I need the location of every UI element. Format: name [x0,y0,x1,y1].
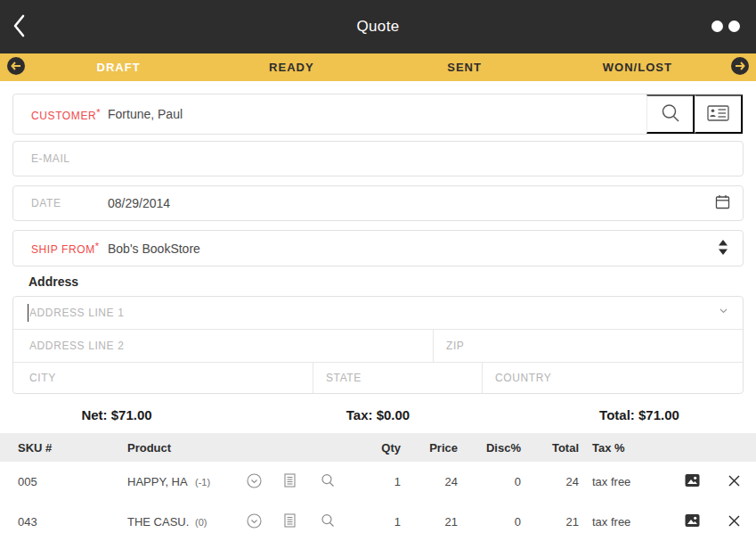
document-lines-icon [284,513,296,530]
country-input[interactable] [483,372,743,384]
product-name: THE CASU. [127,515,191,529]
zip-cell [433,330,743,362]
column-header-disc: Disc% [458,441,521,455]
arrow-left-circle-icon [6,56,26,78]
address-heading: Address [28,275,744,289]
column-header-price: Price [401,441,458,455]
date-field[interactable]: DATE 08/29/2014 [12,185,744,221]
address-line1-row [13,297,743,329]
price-value[interactable]: 21 [401,515,458,529]
required-mark: * [96,107,101,118]
top-bar: Quote [0,0,756,53]
stock-count: (-1) [191,477,236,488]
column-header-sku: SKU # [18,441,127,455]
required-mark: * [95,241,100,251]
document-lines-icon [284,473,296,490]
date-label: DATE [13,197,108,209]
text-cursor [28,304,28,322]
availability-button[interactable] [247,473,262,491]
column-header-tax: Tax % [579,441,672,455]
availability-button[interactable] [247,513,262,531]
grand-total: Total: $71.00 [523,407,756,422]
city-cell [13,363,313,393]
price-value[interactable]: 24 [401,475,458,488]
items-table-header: SKU # Product Qty Price Disc% Total Tax … [0,433,756,462]
ship-from-field[interactable]: SHIP FROM* Bob's BookStore [12,230,744,266]
ship-from-label: SHIP FROM* [13,241,108,256]
stock-count: (0) [191,517,236,528]
city-input[interactable] [13,372,313,384]
totals-bar: Net: $71.00 Tax: $0.00 Total: $71.00 [0,403,756,427]
email-input[interactable] [13,152,743,165]
qty-value[interactable]: 1 [347,475,401,488]
up-down-arrows-icon [718,240,728,258]
table-row: 005 HAPPY, HA (-1) 1 24 0 24 tax free [0,462,756,502]
dot-icon [728,20,740,32]
form-content: CUSTOMER* Fortune, Paul DATE 08/29/2014 [0,81,756,541]
address-line2-input[interactable] [13,340,433,352]
remove-item-button[interactable] [728,515,740,529]
stage-draft[interactable]: DRAFT [32,61,205,74]
sku-value: 043 [18,515,127,529]
tax-rate[interactable]: tax free [579,515,672,529]
sku-value: 005 [18,475,127,488]
city-state-country-row [13,362,743,393]
stage-bar: DRAFT READY SENT WON/LOST [0,53,756,81]
stage-ready[interactable]: READY [205,61,378,74]
ship-from-selector-button[interactable] [718,240,728,258]
customer-value: Fortune, Paul [108,107,183,121]
column-header-qty: Qty [347,441,401,455]
circle-chevron-down-icon [247,513,262,531]
ship-from-value: Bob's BookStore [108,242,200,256]
page-title: Quote [0,18,756,36]
chevron-down-icon[interactable] [719,301,728,317]
item-search-button[interactable] [321,513,335,530]
country-cell [482,363,743,393]
stage-list: DRAFT READY SENT WON/LOST [32,61,724,74]
customer-field[interactable]: CUSTOMER* Fortune, Paul [12,94,744,135]
state-cell [313,363,482,393]
date-value: 08/29/2014 [108,196,170,210]
customer-label: CUSTOMER* [13,107,108,122]
address-box [12,296,744,394]
arrow-right-circle-icon [730,56,750,78]
tax-total: Tax: $0.00 [233,407,523,422]
menu-dots[interactable] [711,20,740,32]
address-line1-input[interactable] [13,297,743,329]
email-field [12,141,744,176]
calendar-button[interactable] [715,194,730,212]
stage-prev-button[interactable] [0,56,32,78]
item-search-button[interactable] [321,473,335,490]
calendar-icon [715,194,730,212]
line-total: 21 [521,515,579,529]
customer-search-button[interactable] [646,94,695,134]
photo-button[interactable] [685,513,700,530]
line-total: 24 [521,475,579,488]
search-icon [660,102,681,127]
note-button[interactable] [284,513,296,530]
state-input[interactable] [313,372,482,384]
contact-card-icon [707,105,729,124]
tax-rate[interactable]: tax free [579,475,672,488]
stage-won-lost[interactable]: WON/LOST [551,61,724,74]
address-line2-cell [13,330,433,362]
stage-sent[interactable]: SENT [378,61,551,74]
disc-value[interactable]: 0 [458,475,521,488]
stage-next-button[interactable] [724,56,756,78]
circle-chevron-down-icon [247,473,262,491]
photo-button[interactable] [685,473,700,490]
customer-contact-card-button[interactable] [695,94,743,134]
address-line2-zip-row [13,329,743,362]
disc-value[interactable]: 0 [458,515,521,529]
search-icon [321,473,335,490]
image-thumbnail-icon [685,513,700,530]
note-button[interactable] [284,473,296,490]
qty-value[interactable]: 1 [347,515,401,529]
remove-item-button[interactable] [728,475,740,489]
quote-screen: Quote DRAFT READY SENT WON/LOST CUSTOMER… [0,0,756,541]
dot-icon [711,20,723,32]
x-icon [728,515,740,529]
search-icon [321,513,335,530]
zip-input[interactable] [434,340,743,352]
product-name: HAPPY, HA [127,475,191,488]
